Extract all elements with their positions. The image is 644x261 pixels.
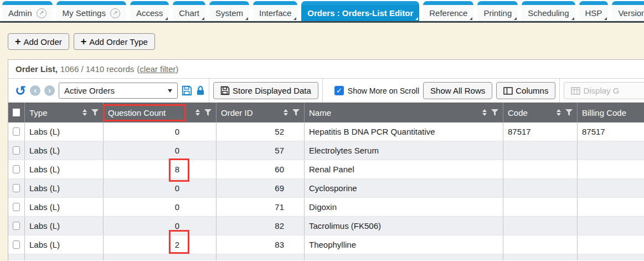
- row-checkbox[interactable]: [13, 165, 20, 173]
- tab-label: Interface: [259, 8, 291, 18]
- tab-reference[interactable]: Reference: [423, 1, 473, 21]
- code-cell: [503, 236, 578, 254]
- toolbar-separator: [559, 79, 560, 103]
- order-id-cell: 71: [217, 198, 305, 216]
- name-cell: Tacrolimus (FK506): [305, 217, 503, 235]
- checkbox-cell: [8, 160, 25, 178]
- select-all-checkbox[interactable]: [13, 109, 20, 116]
- sort-icon[interactable]: [482, 109, 487, 116]
- nav-back-icon[interactable]: ‹: [30, 85, 40, 96]
- save-icon: [220, 86, 230, 95]
- table-row[interactable]: Labs (L) 8 60 Renal Panel: [8, 160, 644, 179]
- header-billing-code[interactable]: Billing Code: [578, 103, 644, 122]
- code-cell: 87517: [503, 122, 578, 141]
- billing-code-cell: [578, 179, 644, 197]
- header-question-count[interactable]: Question Count: [104, 103, 217, 122]
- tab-label: Printing: [483, 8, 512, 18]
- submenu-corner-icon: [571, 17, 574, 20]
- submenu-corner-icon: [415, 17, 418, 20]
- tab-hsp[interactable]: HSP: [579, 1, 609, 21]
- store-displayed-data-button[interactable]: Store Displayed Data: [213, 82, 318, 99]
- tab-chart[interactable]: Chart: [173, 1, 205, 21]
- question-count-cell: 0: [104, 217, 217, 235]
- tab-label: My Settings: [63, 8, 106, 18]
- records-count: 1066 / 1410 records: [60, 64, 134, 74]
- show-more-label: Show More on Scroll: [348, 86, 419, 95]
- show-more-checkbox[interactable]: ✓: [334, 86, 344, 95]
- filter-funnel-icon[interactable]: [491, 109, 498, 116]
- filter-funnel-icon[interactable]: [565, 109, 573, 116]
- header-label: Billing Code: [582, 108, 626, 117]
- toolbar-separator: [209, 79, 209, 103]
- type-cell: Labs (L): [25, 217, 104, 235]
- tab-scheduling[interactable]: Scheduling: [522, 1, 575, 21]
- row-checkbox[interactable]: [13, 146, 20, 155]
- sort-icon[interactable]: [83, 109, 87, 116]
- columns-button[interactable]: Columns: [496, 82, 555, 99]
- tab-version[interactable]: Version ↗: [612, 1, 644, 21]
- tab-interface[interactable]: Interface: [253, 1, 297, 21]
- table-row[interactable]: Labs (L) 0 52 Hepatitis B DNA PCR Quanti…: [8, 122, 644, 141]
- tab-label: HSP: [585, 8, 602, 18]
- plus-icon: +: [81, 37, 87, 47]
- header-label: Code: [508, 108, 528, 117]
- sort-icon[interactable]: [195, 109, 200, 116]
- order-list-panel: Order List, 1066 / 1410 records (clear f…: [8, 59, 644, 261]
- header-type[interactable]: Type: [25, 103, 104, 122]
- tab-system[interactable]: System: [209, 1, 249, 21]
- row-checkbox[interactable]: [13, 203, 20, 211]
- sort-icon[interactable]: [557, 109, 561, 116]
- table-row[interactable]: Labs (L) 2 83 Theophylline: [8, 236, 644, 254]
- lock-icon[interactable]: [196, 85, 205, 96]
- show-all-rows-button[interactable]: Show All Rows: [423, 82, 492, 99]
- view-select[interactable]: Active Orders: [59, 83, 178, 99]
- orders-list-editor-screen: Admin ↗ My Settings ↗ Access Chart Syste…: [0, 0, 644, 261]
- add-order-button[interactable]: + Add Order: [8, 33, 69, 50]
- checkbox-cell: [8, 122, 25, 141]
- question-count-cell: 2: [104, 236, 217, 254]
- row-checkbox[interactable]: [13, 240, 20, 249]
- refresh-icon[interactable]: ↺: [15, 84, 26, 98]
- filter-funnel-icon[interactable]: [91, 109, 99, 116]
- plus-icon: +: [15, 37, 21, 47]
- table-row[interactable]: Labs (L) 0 82 Tacrolimus (FK506): [8, 217, 644, 236]
- row-checkbox[interactable]: [13, 184, 20, 192]
- tab-orders-list-editor[interactable]: Orders : Orders-List Editor: [301, 1, 419, 21]
- grid-header-row: Type Question Count Order ID Name: [8, 103, 644, 122]
- tab-label: Reference: [429, 8, 467, 18]
- table-row[interactable]: Labs (L) 0 69 Cyclosporine: [8, 179, 644, 198]
- save-view-icon[interactable]: [182, 85, 192, 96]
- external-link-icon[interactable]: ↗: [37, 8, 47, 18]
- clear-filter-link[interactable]: clear filter: [140, 64, 176, 74]
- tab-label: System: [215, 8, 243, 18]
- order-id-cell: 82: [217, 217, 305, 235]
- tab-my-settings[interactable]: My Settings ↗: [56, 1, 126, 21]
- tab-admin[interactable]: Admin ↗: [2, 1, 53, 21]
- external-link-icon[interactable]: ↗: [110, 8, 120, 18]
- grid-toolbar: ↺ ‹ › Active Orders Store Displayed Data: [8, 78, 644, 103]
- table-row[interactable]: Labs (L) 0 57 Electrolytes Serum: [8, 141, 644, 160]
- filter-funnel-icon[interactable]: [292, 109, 300, 116]
- sort-icon[interactable]: [284, 109, 288, 116]
- tab-printing[interactable]: Printing: [477, 1, 518, 21]
- header-name[interactable]: Name: [305, 103, 503, 122]
- select-all-header-cell: [8, 103, 25, 122]
- header-code[interactable]: Code: [503, 103, 578, 122]
- add-order-label: Add Order: [24, 37, 62, 47]
- header-order-id[interactable]: Order ID: [217, 103, 305, 122]
- tab-label: Orders : Orders-List Editor: [307, 8, 413, 18]
- row-checkbox[interactable]: [13, 127, 20, 136]
- filter-funnel-icon[interactable]: [204, 109, 212, 116]
- header-label: Type: [29, 108, 48, 117]
- add-order-type-button[interactable]: + Add Order Type: [74, 33, 155, 50]
- table-row[interactable]: Labs (L) 0 71 Digoxin: [8, 198, 644, 217]
- submenu-corner-icon: [202, 17, 204, 20]
- row-checkbox[interactable]: [13, 222, 20, 230]
- nav-forward-icon[interactable]: ›: [44, 85, 55, 96]
- checkbox-cell: [8, 179, 25, 197]
- tab-access[interactable]: Access: [130, 1, 169, 21]
- name-cell: Theophylline: [305, 236, 503, 254]
- display-grid-button-disabled[interactable]: Display G: [564, 82, 644, 99]
- code-cell: [503, 160, 578, 178]
- checkbox-cell: [8, 236, 25, 254]
